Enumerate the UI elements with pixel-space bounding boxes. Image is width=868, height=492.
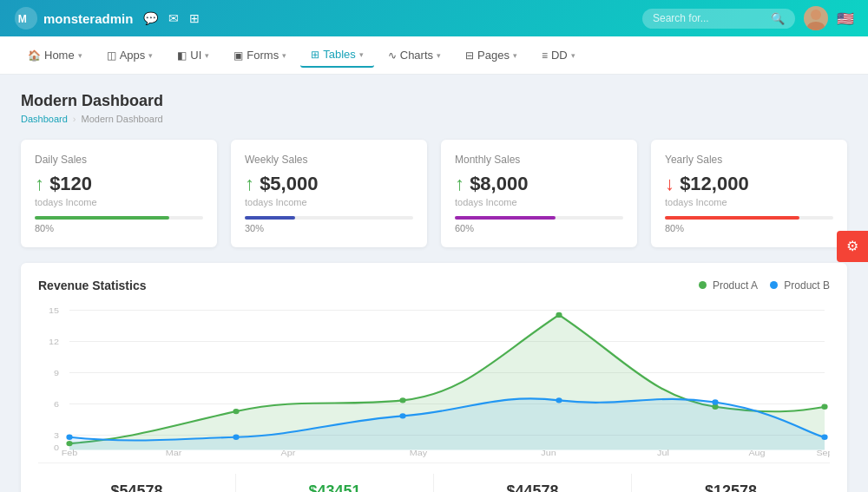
nav-ui[interactable]: ◧ UI ▾ (167, 43, 220, 67)
pages-chevron: ▾ (513, 51, 517, 60)
dot-b-5 (712, 399, 718, 404)
nav-forms-label: Forms (247, 49, 279, 62)
chart-area: 15 12 9 6 3 0 (38, 301, 830, 457)
svg-text:Jul: Jul (657, 448, 669, 456)
dot-a-2 (233, 409, 239, 414)
nav-apps[interactable]: ◫ Apps ▾ (96, 43, 164, 67)
nav-tables[interactable]: ⊞ Tables ▾ (300, 43, 374, 68)
svg-point-2 (811, 10, 821, 20)
yearly-sub: todays Income (665, 197, 833, 207)
breadcrumb-sep: › (73, 114, 76, 124)
chart-svg: 15 12 9 6 3 0 (38, 301, 830, 457)
avatar[interactable] (804, 6, 828, 30)
menu-nav: 🏠 Home ▾ ◫ Apps ▾ ◧ UI ▾ ▣ Forms ▾ ⊞ Tab… (0, 36, 868, 75)
svg-text:9: 9 (54, 368, 59, 377)
monthly-label: Monthly Sales (455, 154, 623, 166)
nav-dd[interactable]: ≡ DD ▾ (531, 43, 586, 67)
chart-header: Revenue Statistics Product A Product B (38, 279, 830, 292)
nav-charts-label: Charts (400, 49, 433, 62)
svg-text:Jun: Jun (541, 448, 556, 456)
svg-text:Apr: Apr (281, 448, 296, 456)
dot-a-6 (821, 404, 827, 410)
svg-text:Mar: Mar (166, 448, 182, 456)
legend-b-dot (770, 281, 778, 289)
nav-pages-label: Pages (477, 49, 510, 62)
nav-forms[interactable]: ▣ Forms ▾ (223, 43, 297, 67)
weekly-arrow: ↑ (245, 173, 254, 194)
legend-a: Product A (699, 279, 758, 292)
nav-pages[interactable]: ⊟ Pages ▾ (455, 43, 528, 67)
stat-card-monthly: Monthly Sales ↑ $8,000 todays Income 60% (441, 140, 637, 247)
product-a-amount: $44578 (443, 482, 622, 492)
forms-icon: ▣ (233, 49, 243, 62)
charts-chevron: ▾ (437, 51, 441, 60)
charts-icon: ∿ (388, 49, 397, 62)
main-content: Modern Dashboard Dashboard › Modern Dash… (0, 75, 868, 492)
legend-a-dot (699, 281, 707, 289)
dot-b-1 (66, 435, 72, 440)
tables-icon: ⊞ (311, 49, 319, 61)
dot-a-4 (556, 312, 562, 318)
online-revenue-amount: $43451 (245, 482, 424, 492)
monthly-fill (455, 216, 556, 220)
monthly-arrow: ↑ (455, 173, 464, 194)
chart-stats: $54578 Total Revenue $43451 Online Reven… (38, 462, 830, 492)
yearly-amount: ↓ $12,000 (665, 173, 833, 195)
nav-home-label: Home (44, 49, 75, 62)
stat-card-weekly: Weekly Sales ↑ $5,000 todays Income 30% (231, 140, 427, 247)
chart-stat-online: $43451 Online Revenue (236, 474, 434, 492)
stat-card-yearly: Yearly Sales ↓ $12,000 todays Income 80% (651, 140, 847, 247)
ui-chevron: ▾ (205, 51, 209, 60)
nav-charts[interactable]: ∿ Charts ▾ (378, 43, 451, 67)
grid-icon[interactable]: ⊞ (189, 11, 200, 25)
svg-text:Feb: Feb (62, 448, 78, 456)
home-chevron: ▾ (78, 51, 82, 60)
topbar-icons: 💬 ✉ ⊞ (143, 11, 200, 25)
nav-tables-label: Tables (323, 48, 356, 61)
nav-home[interactable]: 🏠 Home ▾ (17, 43, 93, 67)
weekly-amount: ↑ $5,000 (245, 173, 413, 195)
dot-a-1 (66, 441, 72, 446)
daily-label: Daily Sales (35, 154, 203, 166)
revenue-chart-card: Revenue Statistics Product A Product B (21, 263, 847, 492)
dot-a-3 (399, 397, 405, 403)
logo-text: monsteradmin (43, 11, 133, 26)
search-input[interactable] (653, 12, 766, 24)
chart-legend: Product A Product B (699, 279, 830, 292)
nav-ui-label: UI (190, 49, 201, 62)
yearly-fill (665, 216, 799, 220)
chart-stat-product-b: $12578 Product B (632, 474, 830, 492)
topbar: M monsteradmin 💬 ✉ ⊞ 🔍 🇺🇸 (0, 0, 868, 36)
dd-icon: ≡ (542, 49, 548, 62)
daily-pct: 80% (35, 223, 203, 233)
daily-fill (35, 216, 169, 220)
svg-point-3 (807, 22, 825, 30)
search-icon: 🔍 (771, 12, 785, 25)
svg-text:3: 3 (54, 430, 59, 439)
daily-sub: todays Income (35, 197, 203, 207)
stat-card-daily: Daily Sales ↑ $120 todays Income 80% (21, 140, 217, 247)
dot-b-6 (821, 435, 827, 440)
svg-text:May: May (410, 448, 428, 456)
flag-icon[interactable]: 🇺🇸 (837, 10, 854, 27)
svg-text:12: 12 (49, 337, 59, 345)
dot-b-3 (399, 413, 405, 418)
yearly-progress (665, 216, 833, 220)
breadcrumb-home[interactable]: Dashboard (21, 114, 68, 124)
ui-icon: ◧ (177, 49, 187, 62)
legend-b-label: Product B (784, 279, 830, 292)
breadcrumb-current: Modern Dashboard (82, 114, 163, 124)
apps-icon: ◫ (107, 49, 116, 62)
gear-icon: ⚙ (846, 238, 858, 254)
page-title: Modern Dashboard (21, 92, 847, 110)
legend-b: Product B (770, 279, 830, 292)
search-bar[interactable]: 🔍 (642, 9, 795, 29)
logo[interactable]: M monsteradmin (14, 6, 133, 30)
mail-icon[interactable]: ✉ (168, 11, 179, 25)
dot-b-2 (233, 435, 239, 440)
weekly-fill (245, 216, 295, 220)
floating-gear-button[interactable]: ⚙ (837, 231, 868, 262)
daily-arrow: ↑ (35, 173, 44, 194)
message-icon[interactable]: 💬 (143, 11, 158, 25)
svg-text:15: 15 (49, 305, 59, 314)
